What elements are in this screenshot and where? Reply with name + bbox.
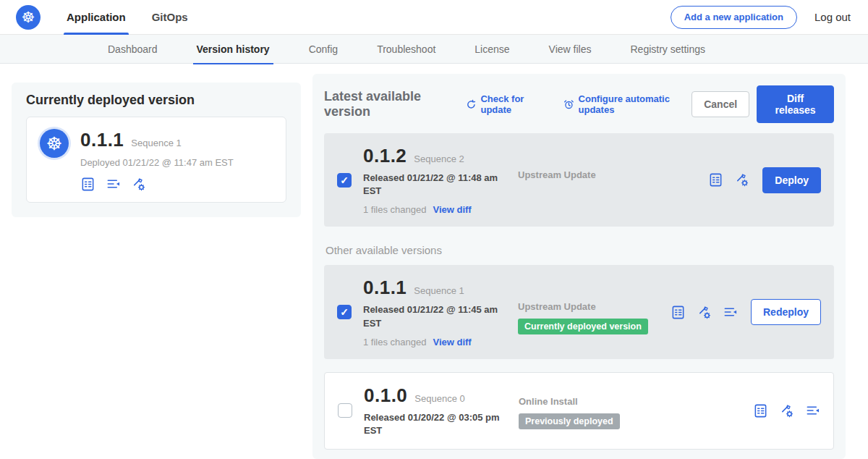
logout-button[interactable]: Log out <box>814 11 851 23</box>
version-actions: Redeploy <box>671 299 822 325</box>
subnav-item-view-files[interactable]: View files <box>529 35 611 64</box>
sequence-label: Sequence 2 <box>414 153 464 164</box>
logs-icon[interactable] <box>106 177 121 192</box>
version-info: 0.1.2 Sequence 2 Released 01/21/22 @ 11:… <box>362 145 518 215</box>
release-notes-icon[interactable] <box>80 177 95 192</box>
tab-gitops[interactable]: GitOps <box>152 0 188 35</box>
version-number: 0.1.1 <box>363 277 407 299</box>
version-number: 0.1.2 <box>363 145 407 167</box>
version-actions <box>753 403 822 418</box>
version-info: 0.1.0 Sequence 0 Released 01/20/22 @ 03:… <box>362 384 519 437</box>
checkbox-cell <box>336 384 362 437</box>
files-changed-label: 1 files changed <box>363 204 426 215</box>
clock-icon <box>563 98 574 111</box>
currently-deployed-badge: Currently deployed version <box>518 319 648 334</box>
subnav-item-version-history[interactable]: Version history <box>177 35 289 64</box>
subnav-item-registry-settings[interactable]: Registry settings <box>610 35 724 64</box>
sequence-label: Sequence 0 <box>414 393 464 404</box>
checkbox-cell <box>336 277 362 347</box>
app-logo-icon: ☸ <box>40 129 69 158</box>
currently-deployed-panel: Currently deployed version ☸ 0.1.1 Seque… <box>12 83 301 217</box>
version-row: 0.1.0 Sequence 0 Released 01/20/22 @ 03:… <box>324 372 834 450</box>
view-diff-link[interactable]: View diff <box>433 204 471 215</box>
main-content: Currently deployed version ☸ 0.1.1 Seque… <box>0 64 868 459</box>
files-changed-label: 1 files changed <box>363 337 426 348</box>
release-notes-icon[interactable] <box>671 305 686 320</box>
version-row: 0.1.1 Sequence 1 Released 01/21/22 @ 11:… <box>324 265 834 358</box>
release-notes-icon[interactable] <box>708 172 723 188</box>
files-line: 1 files changed View diff <box>363 337 518 348</box>
version-info: 0.1.1 Sequence 1 Released 01/21/22 @ 11:… <box>362 277 518 347</box>
top-navbar: ☸ Application GitOps Add a new applicati… <box>0 0 868 35</box>
released-timestamp: Released 01/21/22 @ 11:48 am EST <box>363 172 505 198</box>
deployed-version-card: ☸ 0.1.1 Sequence 1 Deployed 01/21/22 @ 1… <box>26 117 286 203</box>
other-versions-title: Other available versions <box>326 244 834 256</box>
latest-version-header: Latest available version Check for updat… <box>324 85 834 123</box>
sequence-label: Sequence 1 <box>414 285 464 296</box>
deployed-action-icons <box>80 177 234 192</box>
config-icon[interactable] <box>131 177 146 192</box>
logs-icon[interactable] <box>805 403 820 418</box>
checkbox-cell <box>336 145 362 215</box>
deployed-version-info: 0.1.1 Sequence 1 Deployed 01/21/22 @ 11:… <box>80 129 234 192</box>
version-source: Upstream Update <box>518 145 708 215</box>
secondary-navbar: Dashboard Version history Config Trouble… <box>0 35 868 64</box>
released-timestamp: Released 01/21/22 @ 11:45 am EST <box>363 303 505 329</box>
source-label: Upstream Update <box>518 301 671 312</box>
version-history-panel: Latest available version Check for updat… <box>312 74 846 459</box>
source-label: Online Install <box>519 396 753 407</box>
deployed-timestamp: Deployed 01/21/22 @ 11:47 am EST <box>80 157 234 168</box>
configure-automatic-updates-link[interactable]: Configure automatic updates <box>563 93 692 115</box>
deployed-panel-title: Currently deployed version <box>26 93 286 108</box>
deploy-button[interactable]: Deploy <box>762 167 821 193</box>
version-actions: Deploy <box>708 167 822 193</box>
version-number: 0.1.0 <box>364 384 407 407</box>
subnav-item-troubleshoot[interactable]: Troubleshoot <box>357 35 455 64</box>
deployed-version-line: 0.1.1 Sequence 1 <box>80 129 234 151</box>
version-source: Upstream Update Currently deployed versi… <box>518 277 671 347</box>
source-label: Upstream Update <box>518 169 708 180</box>
version-line: 0.1.1 Sequence 1 <box>363 277 518 299</box>
config-icon[interactable] <box>697 305 712 320</box>
version-checkbox[interactable] <box>337 173 352 188</box>
check-for-update-link[interactable]: Check for update <box>466 93 548 115</box>
version-row: 0.1.2 Sequence 2 Released 01/21/22 @ 11:… <box>324 133 834 227</box>
version-source: Online Install Previously deployed <box>519 384 753 437</box>
version-checkbox[interactable] <box>338 403 352 418</box>
subnav-item-config[interactable]: Config <box>289 35 357 64</box>
refresh-icon <box>466 98 477 111</box>
logs-icon[interactable] <box>723 305 738 320</box>
check-for-update-label: Check for update <box>480 93 547 115</box>
top-tabs: Application GitOps <box>41 0 188 35</box>
version-line: 0.1.2 Sequence 2 <box>363 145 518 167</box>
view-diff-link[interactable]: View diff <box>433 337 471 348</box>
release-notes-icon[interactable] <box>753 403 768 418</box>
helm-wheel-glyph: ☸ <box>22 9 35 25</box>
latest-version-title: Latest available version <box>324 89 453 119</box>
deployed-version-number: 0.1.1 <box>80 129 124 151</box>
helm-wheel-glyph: ☸ <box>46 135 62 153</box>
subnav-item-dashboard[interactable]: Dashboard <box>88 35 177 64</box>
app-root: ☸ Application GitOps Add a new applicati… <box>0 0 868 459</box>
config-icon[interactable] <box>779 403 794 418</box>
previously-deployed-badge: Previously deployed <box>519 413 620 429</box>
redeploy-button[interactable]: Redeploy <box>751 299 821 325</box>
tab-application[interactable]: Application <box>67 0 126 35</box>
configure-automatic-updates-label: Configure automatic updates <box>579 93 692 115</box>
add-new-application-button[interactable]: Add a new application <box>671 6 797 29</box>
deployed-sequence-label: Sequence 1 <box>131 138 181 148</box>
topnav-right: Add a new application Log out <box>671 6 851 29</box>
kubernetes-logo-icon: ☸ <box>16 5 41 30</box>
released-timestamp: Released 01/20/22 @ 03:05 pm EST <box>364 411 506 437</box>
config-icon[interactable] <box>734 172 749 188</box>
subnav-item-license[interactable]: License <box>455 35 529 64</box>
diff-releases-button[interactable]: Diff releases <box>757 85 834 123</box>
cancel-button[interactable]: Cancel <box>692 91 749 117</box>
files-line: 1 files changed View diff <box>363 204 518 215</box>
version-checkbox[interactable] <box>337 305 352 319</box>
version-line: 0.1.0 Sequence 0 <box>364 384 519 407</box>
